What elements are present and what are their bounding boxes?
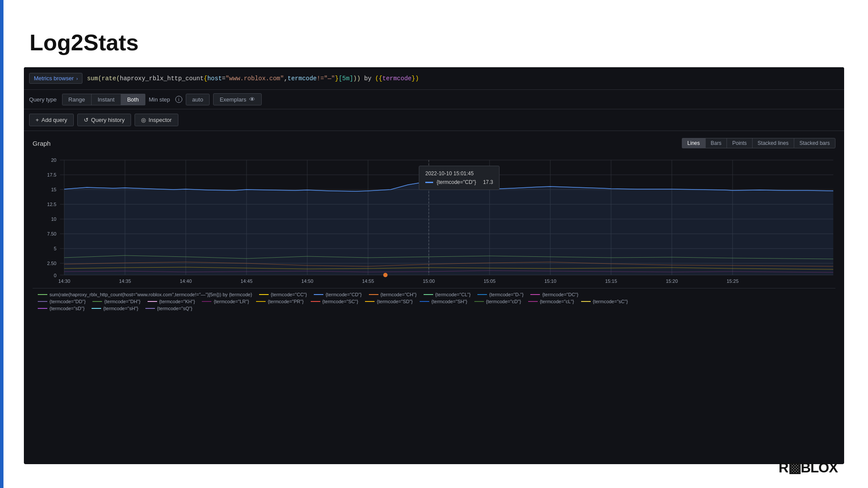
- y-label-20: 20: [51, 157, 56, 163]
- roblox-logo: R▩BLOX: [779, 459, 838, 476]
- legend-item-kh: {termcode="KH"}: [148, 299, 195, 304]
- query-part-host-val: "www.roblox.com": [226, 75, 284, 82]
- query-part-bylb2: {: [379, 75, 382, 82]
- x-label-1515: 15:15: [605, 278, 617, 284]
- chart-svg: 20 17.5 15 12.5 10 7.50 5 2.50 0: [33, 154, 835, 288]
- legend-item-cd: {termcode="CD"}: [314, 292, 362, 297]
- x-label-1445: 14:45: [240, 278, 253, 284]
- graph-view-buttons: Lines Bars Points Stacked lines Stacked …: [682, 138, 835, 148]
- legend-item-lr: {termcode="LR"}: [202, 299, 249, 304]
- legend-line-ch: [369, 294, 378, 295]
- legend-item-cd2: {termcode="cD"}: [474, 299, 521, 304]
- x-label-1500: 15:00: [423, 278, 435, 284]
- x-label-1435: 14:35: [119, 278, 131, 284]
- legend-line-cl: [424, 294, 433, 295]
- inspector-icon: ◎: [141, 117, 146, 123]
- view-bars[interactable]: Bars: [705, 138, 727, 148]
- legend-label-sc: {termcode="SC"}: [322, 299, 358, 304]
- exemplars-button[interactable]: Exemplars 👁: [213, 93, 261, 105]
- legend-line-sd: [365, 301, 375, 302]
- min-step-value: auto: [192, 96, 203, 103]
- query-part-rb: }: [335, 75, 339, 82]
- legend-label-dc: {termcode="DC"}: [542, 292, 578, 297]
- query-part-sum: sum(: [87, 75, 102, 82]
- legend-item-cc: {termcode="CC"}: [259, 292, 307, 297]
- query-part-byrb: }): [411, 75, 419, 82]
- query-type-both[interactable]: Both: [121, 94, 145, 105]
- query-type-instant[interactable]: Instant: [91, 94, 121, 105]
- legend-line-kh: [148, 301, 157, 302]
- query-bar: Metrics browser › sum(rate(haproxy_rblx_…: [24, 67, 844, 90]
- query-part-termcode-group: termcode: [382, 75, 411, 82]
- x-label-1455: 14:55: [362, 278, 374, 284]
- inspector-button[interactable]: ◎ Inspector: [135, 114, 178, 126]
- add-query-label: Add query: [42, 117, 67, 123]
- legend-item-d-: {termcode="D-"}: [477, 292, 523, 297]
- controls-row: Query type Range Instant Both Min step i…: [24, 90, 844, 109]
- metrics-breadcrumb[interactable]: Metrics browser ›: [29, 73, 82, 84]
- legend-line-dh: [92, 301, 102, 302]
- x-label-1505: 15:05: [483, 278, 496, 284]
- graph-title: Graph: [33, 140, 51, 147]
- roblox-logo-text: R▩BLOX: [779, 460, 838, 475]
- tooltip-dot: [427, 179, 431, 183]
- legend-line-sq: [145, 308, 155, 309]
- legend-item-main: sum(rate(haproxy_rblx_http_count{host="w…: [38, 292, 252, 297]
- view-stacked-bars[interactable]: Stacked bars: [794, 138, 835, 148]
- legend-line-dd: [38, 301, 47, 302]
- breadcrumb-chevron: ›: [76, 76, 78, 81]
- chart-area-fill: [64, 181, 833, 275]
- y-label-75: 7.50: [47, 231, 56, 236]
- x-axis-dot: [383, 273, 388, 277]
- view-lines[interactable]: Lines: [682, 138, 705, 148]
- legend-item-sd2: {termcode="sD"}: [38, 306, 85, 311]
- legend-item-cl2: {termcode="cL"}: [528, 299, 574, 304]
- legend-label-dd: {termcode="DD"}: [49, 299, 85, 304]
- legend-line-d: [477, 294, 487, 295]
- graph-section: Graph Lines Bars Points Stacked lines St…: [24, 131, 844, 319]
- legend-label-main: sum(rate(haproxy_rblx_http_count{host="w…: [49, 292, 252, 297]
- legend-line-cd2: [474, 301, 484, 302]
- y-label-15: 15: [51, 187, 56, 192]
- legend-item-sh: {termcode="SH"}: [420, 299, 467, 304]
- left-accent-bar: [0, 0, 3, 488]
- x-label-1430: 14:30: [58, 278, 70, 284]
- legend-line-sc2: [581, 301, 591, 302]
- legend-item-sc2: {termcode="sC"}: [581, 299, 628, 304]
- legend-label-sh: {termcode="SH"}: [431, 299, 467, 304]
- legend-label-dh: {termcode="DH"}: [104, 299, 140, 304]
- breadcrumb-text: Metrics browser: [34, 75, 74, 82]
- chart-container[interactable]: 20 17.5 15 12.5 10 7.50 5 2.50 0: [33, 154, 835, 288]
- add-query-icon: +: [36, 117, 39, 123]
- legend-item-sq: {termcode="sQ"}: [145, 306, 193, 311]
- min-step-info-icon[interactable]: i: [175, 96, 182, 103]
- query-type-range[interactable]: Range: [62, 94, 91, 105]
- view-points[interactable]: Points: [727, 138, 752, 148]
- legend-label-sc2: {termcode="sC"}: [593, 299, 628, 304]
- inspector-label: Inspector: [148, 117, 171, 123]
- chart-legend: sum(rate(haproxy_rblx_http_count{host="w…: [33, 288, 835, 314]
- query-part-neq: !="—": [317, 75, 335, 82]
- legend-label-cd2: {termcode="cD"}: [486, 299, 521, 304]
- legend-label-sd2: {termcode="sD"}: [49, 306, 85, 311]
- page-title: Log2Stats: [30, 29, 138, 56]
- x-label-1525: 15:25: [727, 278, 739, 284]
- y-label-5: 5: [54, 246, 56, 251]
- y-label-25: 2.50: [47, 261, 56, 266]
- query-part-comma: ,: [284, 75, 287, 82]
- add-query-button[interactable]: + Add query: [29, 114, 74, 126]
- y-label-10: 10: [51, 216, 56, 222]
- legend-label-cc: {termcode="CC"}: [271, 292, 307, 297]
- query-history-button[interactable]: ↺ Query history: [77, 114, 131, 126]
- legend-label-pr: {termcode="PR"}: [268, 299, 304, 304]
- legend-item-pr: {termcode="PR"}: [256, 299, 304, 304]
- query-display[interactable]: sum(rate(haproxy_rblx_http_count{host="w…: [87, 75, 419, 82]
- legend-line-lr: [202, 301, 211, 302]
- view-stacked-lines[interactable]: Stacked lines: [752, 138, 794, 148]
- legend-line-cc: [259, 294, 269, 295]
- legend-line-pr: [256, 301, 266, 302]
- min-step-input[interactable]: auto: [186, 94, 210, 105]
- legend-line-sc: [311, 301, 320, 302]
- legend-label-sq: {termcode="sQ"}: [157, 306, 193, 311]
- legend-label-sh2: {termcode="sH"}: [103, 306, 138, 311]
